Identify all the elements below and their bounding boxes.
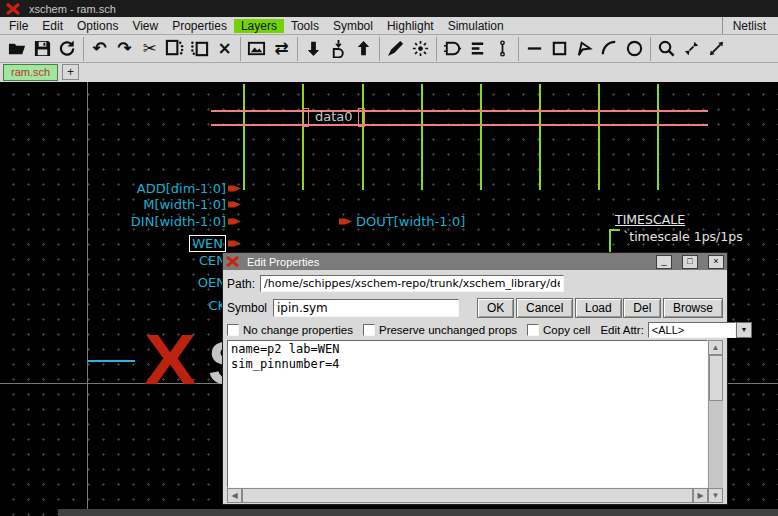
output-pin-arrow-icon: [339, 217, 353, 226]
symbol-field[interactable]: [273, 299, 459, 317]
swap-view-icon[interactable]: ⇄: [269, 37, 294, 61]
pin-dout[interactable]: DOUT[width-1:0]: [339, 214, 465, 229]
ok-button[interactable]: OK: [477, 298, 514, 318]
descend-symbol-icon[interactable]: [326, 37, 351, 61]
scroll-up-icon[interactable]: ▲: [708, 340, 723, 355]
bus-wire-top[interactable]: [211, 110, 708, 112]
menu-properties[interactable]: Properties: [165, 19, 234, 33]
bus-tap-bracket[interactable]: [302, 108, 309, 127]
net-wire-vertical[interactable]: [598, 84, 600, 190]
net-wire-vertical[interactable]: [362, 84, 364, 190]
checkbox-icon: [527, 324, 539, 336]
horizontal-scrollbar[interactable]: ◀ ▶: [227, 488, 708, 503]
edit-attr-dropdown[interactable]: <ALL> ▼: [648, 322, 752, 338]
pin-wen-selected[interactable]: WEN: [189, 234, 242, 252]
insert-image-icon[interactable]: [244, 37, 269, 61]
xschem-window: xschem - ram.sch File Edit Options View …: [0, 0, 778, 516]
preserve-unchanged-props-checkbox[interactable]: Preserve unchanged props: [363, 324, 517, 336]
pop-up-icon[interactable]: [351, 37, 376, 61]
menu-layers[interactable]: Layers: [234, 19, 284, 33]
net-wire-vertical[interactable]: [302, 84, 304, 190]
scroll-left-icon[interactable]: ◀: [227, 488, 242, 503]
maximize-button[interactable]: □: [682, 255, 698, 269]
menu-edit[interactable]: Edit: [35, 19, 70, 33]
draw-line-icon[interactable]: [522, 37, 547, 61]
dialog-body: Path: Symbol OK Cancel Load Del Browse N…: [223, 270, 727, 504]
load-button[interactable]: Load: [575, 298, 622, 318]
reload-icon[interactable]: [55, 37, 80, 61]
menu-options[interactable]: Options: [70, 19, 125, 33]
pin-m[interactable]: M[width-1:0]: [143, 195, 242, 213]
vertical-scroll-thumb[interactable]: [709, 355, 723, 401]
del-button[interactable]: Del: [623, 298, 661, 318]
bus-net-label[interactable]: data0: [315, 109, 353, 124]
menu-view[interactable]: View: [125, 19, 165, 33]
menu-simulation[interactable]: Simulation: [441, 19, 511, 33]
pin-din[interactable]: DIN[width-1:0]: [131, 212, 242, 230]
draw-rectangle-icon[interactable]: [547, 37, 572, 61]
tab-ram-sch[interactable]: ram.sch: [3, 64, 58, 81]
new-tab-button[interactable]: +: [62, 64, 79, 80]
push-down-icon[interactable]: [301, 37, 326, 61]
dialog-titlebar[interactable]: Edit Properties _ □ ×: [223, 253, 727, 270]
undo-icon[interactable]: ↶: [87, 37, 112, 61]
open-file-icon[interactable]: [5, 37, 30, 61]
dialog-buttons: OK Cancel Load Del Browse: [477, 298, 723, 318]
timescale-title: TIMESCALE: [615, 212, 743, 227]
net-wire-horizontal[interactable]: [88, 360, 135, 362]
scroll-down-icon[interactable]: ▼: [708, 488, 723, 503]
menu-netlist[interactable]: Netlist: [722, 17, 776, 34]
zoom-box-icon[interactable]: [654, 37, 679, 61]
menu-tools[interactable]: Tools: [284, 19, 326, 33]
close-button[interactable]: ×: [708, 255, 724, 269]
bus-tap-bracket[interactable]: [358, 108, 365, 127]
timescale-annotation[interactable]: TIMESCALE `timescale 1ps/1ps: [605, 212, 743, 244]
toolbar-group-shapes: [519, 37, 651, 61]
edit-properties-dialog: Edit Properties _ □ × Path: Symbol OK Ca…: [222, 252, 728, 505]
chevron-down-icon[interactable]: ▼: [736, 322, 752, 338]
zoom-full-icon[interactable]: [704, 37, 729, 61]
netlist-lines-icon[interactable]: [465, 37, 490, 61]
edit-attr-label: Edit Attr:: [600, 324, 643, 336]
highlight-net-icon[interactable]: [408, 37, 433, 61]
toolbar: ↶ ↷ ✂ × ⇄: [0, 35, 778, 63]
draw-arc-icon[interactable]: [597, 37, 622, 61]
copy-cell-checkbox[interactable]: Copy cell: [527, 324, 590, 336]
horizontal-scroll-thumb[interactable]: [242, 488, 693, 503]
menu-highlight[interactable]: Highlight: [380, 19, 441, 33]
net-wire-vertical[interactable]: [480, 84, 482, 190]
place-symbol-icon[interactable]: [440, 37, 465, 61]
save-icon[interactable]: [30, 37, 55, 61]
paste-icon[interactable]: [187, 37, 212, 61]
input-pin-arrow-icon: [228, 184, 242, 193]
redo-icon[interactable]: ↷: [112, 37, 137, 61]
minimize-button[interactable]: _: [656, 255, 672, 269]
toolbar-group-hierarchy: [298, 37, 380, 61]
no-change-properties-checkbox[interactable]: No change properties: [227, 324, 353, 336]
net-wire-vertical[interactable]: [421, 84, 423, 190]
draw-circle-icon[interactable]: [622, 37, 647, 61]
vertical-scrollbar[interactable]: ▲: [708, 340, 723, 488]
net-wire-vertical[interactable]: [539, 84, 541, 190]
menu-symbol[interactable]: Symbol: [326, 19, 380, 33]
delete-icon[interactable]: ×: [212, 37, 237, 61]
menu-file[interactable]: File: [2, 19, 35, 33]
cut-icon[interactable]: ✂: [137, 37, 162, 61]
cancel-button[interactable]: Cancel: [516, 298, 573, 318]
zoom-in-icon[interactable]: [679, 37, 704, 61]
path-field[interactable]: [260, 275, 564, 292]
properties-textarea[interactable]: name=p2 lab=WEN sim_pinnumber=4: [227, 340, 708, 488]
place-pin-icon[interactable]: [490, 37, 515, 61]
tabbar: ram.sch +: [0, 63, 778, 84]
toolbar-group-file: [2, 37, 84, 61]
draw-brush-icon[interactable]: [383, 37, 408, 61]
browse-button[interactable]: Browse: [663, 298, 723, 318]
path-label: Path:: [227, 277, 255, 291]
net-wire-vertical[interactable]: [243, 84, 245, 190]
bus-wire-bottom[interactable]: [211, 124, 708, 126]
draw-polygon-icon[interactable]: [572, 37, 597, 61]
copy-icon[interactable]: [162, 37, 187, 61]
scroll-right-icon[interactable]: ▶: [693, 488, 708, 503]
toolbar-group-view: ⇄: [241, 37, 298, 61]
net-wire-vertical[interactable]: [657, 84, 659, 190]
